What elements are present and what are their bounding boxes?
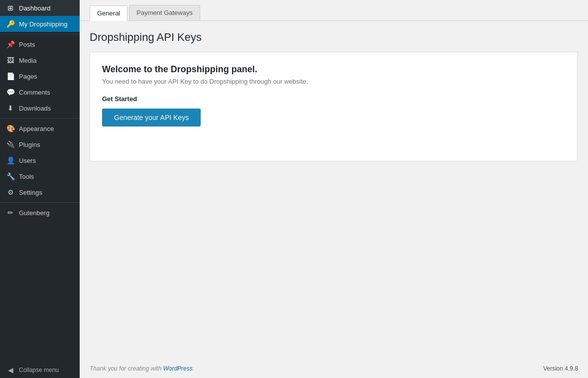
gutenberg-icon: ✏: [6, 209, 15, 217]
sidebar-item-label: Users: [19, 157, 36, 164]
sidebar-item-downloads[interactable]: ⬇ Downloads: [0, 100, 80, 116]
sidebar-item-label: Settings: [19, 189, 42, 196]
welcome-sub: You need to have your API Key to do Drop…: [102, 78, 565, 85]
sidebar-item-appearance[interactable]: 🎨 Appearance: [0, 121, 80, 136]
sidebar-item-label: My Dropshipping: [19, 20, 68, 28]
sidebar-item-tools[interactable]: 🔧 Tools: [0, 168, 80, 184]
sidebar: ⊞ Dashboard 🔑 My Dropshipping 📌 Posts 🖼 …: [0, 0, 80, 378]
tabs-bar: General Payment Gateways: [80, 0, 588, 21]
tools-icon: 🔧: [6, 172, 15, 180]
sidebar-item-posts[interactable]: 📌 Posts: [0, 36, 80, 52]
sidebar-item-label: Appearance: [19, 125, 54, 132]
page-title: Dropshipping API Keys: [90, 31, 578, 44]
sidebar-item-label: Comments: [19, 89, 50, 96]
sidebar-item-gutenberg[interactable]: ✏ Gutenberg: [0, 205, 80, 221]
welcome-title: Welcome to the Dropshipping panel.: [102, 64, 565, 75]
thank-you-text: Thank you for creating with: [90, 365, 163, 372]
welcome-card: Welcome to the Dropshipping panel. You n…: [90, 52, 578, 161]
collapse-menu-item[interactable]: ◀ Collapse menu: [0, 362, 80, 378]
tab-payment-gateways-label: Payment Gateways: [136, 9, 193, 16]
collapse-menu-label: Collapse menu: [19, 367, 59, 374]
sidebar-item-label: Pages: [19, 73, 37, 80]
main-content: General Payment Gateways Dropshipping AP…: [80, 0, 588, 378]
sidebar-item-label: Posts: [19, 41, 35, 48]
dashboard-icon: ⊞: [6, 4, 15, 12]
sidebar-item-comments[interactable]: 💬 Comments: [0, 84, 80, 100]
plugins-icon: 🔌: [6, 140, 15, 148]
sidebar-bottom: ◀ Collapse menu: [0, 362, 80, 378]
posts-icon: 📌: [6, 40, 15, 48]
media-icon: 🖼: [6, 56, 15, 64]
sidebar-item-pages[interactable]: 📄 Pages: [0, 68, 80, 84]
sidebar-divider-3: [0, 202, 80, 203]
sidebar-divider-2: [0, 118, 80, 119]
sidebar-item-label: Downloads: [19, 105, 51, 112]
wordpress-link[interactable]: WordPress: [163, 365, 192, 372]
sidebar-item-settings[interactable]: ⚙ Settings: [0, 184, 80, 200]
sidebar-item-users[interactable]: 👤 Users: [0, 152, 80, 168]
sidebar-item-plugins[interactable]: 🔌 Plugins: [0, 136, 80, 152]
sidebar-item-media[interactable]: 🖼 Media: [0, 52, 80, 68]
footer: Thank you for creating with WordPress. V…: [80, 359, 588, 378]
get-started-label: Get Started: [102, 95, 565, 103]
sidebar-item-label: Plugins: [19, 141, 40, 148]
appearance-icon: 🎨: [6, 125, 15, 132]
downloads-icon: ⬇: [6, 104, 15, 112]
content-area: Dropshipping API Keys Welcome to the Dro…: [80, 21, 588, 359]
sidebar-item-my-dropshipping[interactable]: 🔑 My Dropshipping: [0, 16, 80, 32]
generate-api-keys-button[interactable]: Generate your API Keys: [102, 109, 201, 126]
sidebar-item-label: Dashboard: [19, 4, 51, 12]
sidebar-item-dashboard[interactable]: ⊞ Dashboard: [0, 0, 80, 16]
footer-left: Thank you for creating with WordPress.: [90, 365, 194, 372]
tab-general-label: General: [97, 9, 120, 17]
tab-general[interactable]: General: [90, 5, 127, 21]
tab-payment-gateways[interactable]: Payment Gateways: [129, 5, 200, 20]
sidebar-divider: [0, 34, 80, 34]
collapse-icon: ◀: [6, 366, 15, 374]
key-icon: 🔑: [6, 20, 15, 28]
settings-icon: ⚙: [6, 188, 15, 196]
sidebar-item-label: Gutenberg: [19, 209, 49, 217]
sidebar-item-label: Media: [19, 57, 36, 64]
pages-icon: 📄: [6, 72, 15, 80]
comments-icon: 💬: [6, 88, 15, 96]
users-icon: 👤: [6, 156, 15, 164]
sidebar-item-label: Tools: [19, 173, 34, 180]
footer-version: Version 4.9.8: [543, 365, 578, 372]
